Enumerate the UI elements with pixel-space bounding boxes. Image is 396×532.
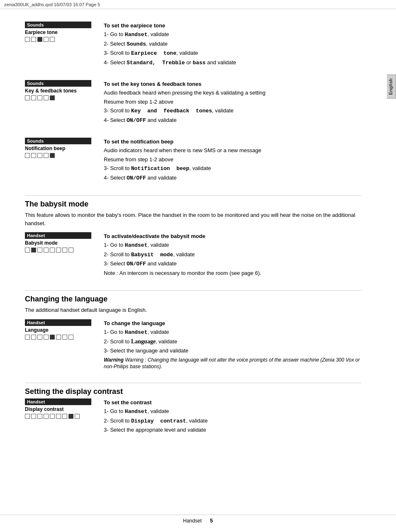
dot-b2 [31, 248, 36, 253]
notification-title: To set the notification beep [104, 138, 361, 145]
earpiece-step-1: 1- Go to Handset, validate [104, 30, 361, 39]
handset-bold-3: Handset [125, 329, 148, 335]
dot-k1 [25, 95, 30, 100]
display-contrast-bold: Display contrast [131, 418, 186, 424]
notification-resume: Resume from step 1-2 above [104, 155, 361, 164]
header-bar: zenia300UK_addhs.qxd 16/07/03 16:07 Page… [0, 0, 396, 9]
language-screen-label: Language [25, 326, 91, 334]
contrast-phone-mockup: Handset Display contrast [25, 398, 91, 420]
contrast-title: To set the contrast [104, 399, 361, 406]
key-feedback-title: To set the key tones & feedback tones [104, 81, 361, 87]
dot-l5 [50, 335, 55, 340]
handset-bold-2: Handset [125, 242, 148, 248]
key-feedback-bold: Key and feedback tones [131, 108, 212, 114]
key-feedback-step4: 4- Select ON/OFF and validate [104, 116, 361, 125]
babysit-desc: This feature allows to monitor the baby'… [25, 211, 361, 227]
earpiece-tone-section: Sounds Earpiece tone To set the earpiece… [25, 22, 361, 68]
dot-l1 [25, 335, 30, 340]
notification-desc: Audio indicators heard when there is new… [104, 146, 361, 155]
contrast-step3: 3- Select the appropriate level and vali… [104, 426, 361, 434]
notification-screen-label: Notification beep [25, 144, 91, 152]
language-phone-mockup: Handset Language [25, 319, 91, 340]
notification-screen-header: Sounds [25, 138, 91, 144]
sounds-bold-1: Sounds [127, 41, 146, 47]
onoff-bold-3: ON/OFF [127, 261, 146, 267]
page-footer: Handset 5 [0, 515, 396, 524]
dot-n1 [25, 153, 30, 158]
dot-b8 [68, 248, 73, 253]
language-instructions: To change the language 1- Go to Handset,… [104, 319, 361, 371]
dot-c6 [56, 414, 61, 419]
dot-n2 [31, 153, 36, 158]
dot-b1 [25, 248, 30, 253]
language-step1: 1- Go to Handset, validate [104, 328, 361, 337]
language-heading-block: Changing the language The additional han… [25, 295, 361, 314]
handset-bold-4: Handset [125, 408, 148, 415]
dot-1 [25, 37, 30, 42]
key-feedback-screen-header: Sounds [25, 80, 91, 87]
dot-c2 [31, 414, 36, 419]
dot-l2 [31, 335, 36, 340]
babysit-section: Handset Babysit mode To activate/deactiv… [25, 232, 361, 278]
dot-n4 [44, 153, 49, 158]
contrast-step2: 2- Scroll to Display contrast, validate [104, 417, 361, 425]
dot-c4 [44, 414, 49, 419]
dot-k4 [44, 95, 49, 100]
dot-b7 [62, 248, 67, 253]
bass-bold: bass [193, 60, 205, 66]
dot-b4 [44, 248, 49, 253]
language-step3: 3- Select the language and validate [104, 347, 361, 355]
handset-bold-1: Handset [125, 32, 148, 38]
language-section: Handset Language To change the language … [25, 319, 361, 371]
dot-b3 [37, 248, 42, 253]
dot-2 [31, 37, 36, 42]
notification-instructions: To set the notification beep Audio indic… [104, 138, 361, 183]
language-screen-header: Handset [25, 319, 91, 326]
earpiece-screen-header: Sounds [25, 22, 91, 28]
babysit-dots [25, 247, 91, 253]
dot-b5 [50, 248, 55, 253]
page-number: 5 [210, 517, 213, 524]
earpiece-instructions: To set the earpiece tone 1- Go to Handse… [104, 22, 361, 68]
notification-phone-mockup: Sounds Notification beep [25, 138, 91, 159]
dot-l4 [44, 335, 49, 340]
dot-n3 [37, 153, 42, 158]
dot-4 [44, 37, 49, 42]
dot-k2 [31, 95, 36, 100]
contrast-heading-block: Setting the display contrast [25, 387, 361, 396]
earpiece-step-2: 2- Select Sounds, validate [104, 40, 361, 49]
babysit-heading-block: The babysit mode This feature allows to … [25, 200, 361, 227]
dot-c3 [37, 414, 42, 419]
language-heading: Changing the language [25, 295, 361, 304]
earpiece-dots [25, 36, 91, 43]
main-content: Sounds Earpiece tone To set the earpiece… [0, 9, 382, 460]
babysit-title: To activate/deactivate the babysit mode [104, 233, 361, 239]
key-feedback-section: Sounds Key & feedback tones To set the k… [25, 80, 361, 125]
onoff-bold-1: ON/OFF [127, 117, 146, 124]
notification-step3: 3- Scroll to Notification beep, validate [104, 164, 361, 173]
dot-l7 [62, 335, 67, 340]
notification-step4: 4- Select ON/OFF and validate [104, 174, 361, 182]
contrast-step1: 1- Go to Handset, validate [104, 407, 361, 416]
babysit-step3: 3- Select ON/OFF and validate [104, 260, 361, 268]
earpiece-phone-mockup: Sounds Earpiece tone [25, 22, 91, 43]
language-title: To change the language [104, 320, 361, 326]
earpiece-step-4: 4- Select Standard, Trebble or bass and … [104, 58, 361, 67]
key-feedback-instructions: To set the key tones & feedback tones Au… [104, 80, 361, 125]
babysit-mode-bold: Babysit mode [131, 252, 173, 258]
language-warning: Warning Warning : Changing the language … [104, 357, 361, 371]
divider-3 [25, 383, 361, 383]
earpiece-title: To set the earpiece tone [104, 22, 361, 29]
dot-3 [37, 37, 42, 42]
warning-text: Warning : Changing the language will not… [104, 357, 360, 370]
babysit-heading: The babysit mode [25, 200, 361, 209]
key-feedback-screen-label: Key & feedback tones [25, 87, 91, 95]
dot-c8 [68, 414, 73, 419]
english-tab: English [387, 75, 396, 99]
notification-section: Sounds Notification beep To set the noti… [25, 138, 361, 183]
header-text: zenia300UK_addhs.qxd 16/07/03 16:07 Page… [4, 2, 100, 7]
notification-beep-bold: Notification beep [131, 165, 189, 172]
language-step2: 2- Scroll to Language, validate [104, 337, 361, 346]
dot-k3 [37, 95, 42, 100]
dot-c1 [25, 414, 30, 419]
